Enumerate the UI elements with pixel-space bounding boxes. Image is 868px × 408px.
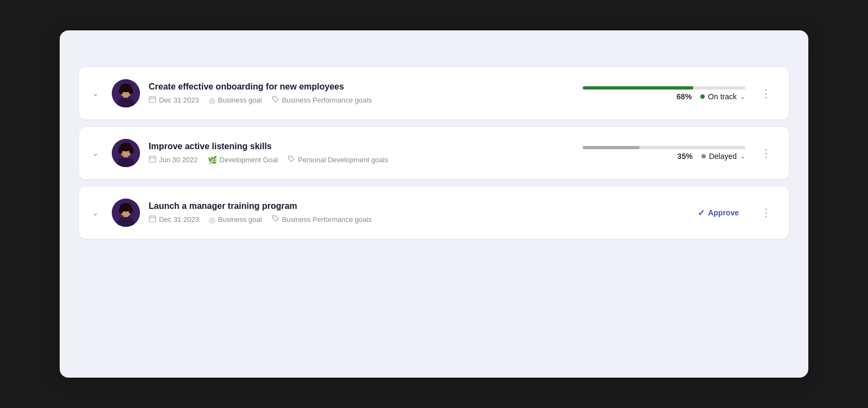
status-chevron-icon: ⌄ — [740, 93, 745, 100]
goal-type-meta: 🌿 Development Goal — [208, 156, 278, 164]
approve-label: Approve — [708, 208, 739, 217]
expand-chevron[interactable]: ⌄ — [92, 208, 103, 217]
goal-category-meta: Personal Development goals — [288, 155, 388, 164]
goal-category: Personal Development goals — [298, 156, 388, 164]
expand-chevron[interactable]: ⌄ — [92, 149, 103, 157]
goal-info: Create effective onboarding for new empl… — [149, 82, 552, 105]
svg-point-38 — [273, 217, 275, 218]
goal-card-2: ⌄ Improve active listening skills — [79, 127, 789, 179]
svg-point-12 — [273, 98, 275, 99]
goal-info: Launch a manager training program Dec 31… — [149, 201, 646, 224]
more-options-button[interactable]: ⋮ — [756, 144, 776, 162]
status-chevron-icon: ⌄ — [740, 152, 745, 160]
more-options-button[interactable]: ⋮ — [756, 204, 776, 221]
progress-bar-track — [583, 86, 745, 90]
tag-icon — [272, 215, 279, 224]
approve-button[interactable]: ✓ Approve — [691, 205, 745, 221]
expand-chevron[interactable]: ⌄ — [92, 89, 103, 98]
tag-icon — [288, 155, 295, 164]
svg-point-31 — [129, 207, 133, 214]
goal-date: Dec 31 2023 — [159, 215, 199, 224]
goal-type-meta: ◎ Business goal — [209, 96, 262, 105]
goal-type-meta: ◎ Business goal — [209, 215, 262, 224]
status-badge[interactable]: Delayed ⌄ — [701, 152, 745, 161]
tag-icon — [272, 95, 279, 105]
status-text: On track — [708, 92, 737, 101]
date-meta: Dec 31 2023 — [149, 215, 199, 224]
goal-type: Business goal — [218, 96, 262, 104]
goal-right: 68% On track ⌄ ⋮ — [561, 85, 776, 102]
svg-point-5 — [129, 88, 133, 94]
goal-title: Launch a manager training program — [149, 201, 646, 211]
svg-rect-34 — [149, 216, 156, 222]
goal-meta: Dec 31 2023 ◎ Business goal Business Per… — [149, 215, 646, 224]
goal-meta: Jun 30 2022 🌿 Development Goal Personal … — [149, 155, 552, 164]
progress-section: 68% On track ⌄ — [561, 86, 745, 101]
svg-rect-8 — [149, 97, 156, 103]
goal-type: Development Goal — [220, 156, 278, 164]
progress-stats: 68% On track ⌄ — [676, 92, 745, 101]
goal-right: ✓ Approve ⋮ — [654, 204, 776, 221]
avatar — [112, 79, 140, 107]
goal-title: Create effective onboarding for new empl… — [149, 82, 552, 92]
svg-point-17 — [118, 146, 123, 154]
goal-meta: Dec 31 2023 ◎ Business goal Business Per… — [149, 95, 552, 105]
date-meta: Jun 30 2022 — [149, 155, 198, 164]
svg-point-33 — [118, 217, 133, 224]
seedling-icon: 🌿 — [208, 156, 217, 164]
date-meta: Dec 31 2023 — [149, 95, 199, 105]
progress-bar-track — [583, 146, 745, 149]
progress-stats: 35% Delayed ⌄ — [678, 152, 745, 161]
goal-info: Improve active listening skills Jun 30 2… — [149, 142, 552, 164]
goal-card-1: ⌄ Create effective onboarding for new em… — [79, 67, 789, 119]
svg-point-25 — [290, 157, 291, 158]
more-options-button[interactable]: ⋮ — [756, 85, 776, 102]
goal-category: Business Performance goals — [282, 96, 372, 104]
goals-list: ⌄ Create effective onboarding for new em… — [79, 67, 789, 239]
goal-category: Business Performance goals — [282, 215, 372, 224]
svg-point-20 — [118, 157, 133, 164]
svg-point-18 — [129, 146, 133, 154]
goal-date: Dec 31 2023 — [159, 96, 199, 104]
status-dot — [700, 94, 705, 99]
check-icon: ✓ — [698, 208, 705, 218]
calendar-icon — [149, 215, 156, 224]
goal-card-3: ⌄ Launch a manager training program — [79, 187, 789, 239]
goal-date: Jun 30 2022 — [159, 156, 198, 164]
progress-percentage: 35% — [678, 152, 693, 161]
avatar — [112, 199, 140, 227]
main-container: ⌄ Create effective onboarding for new em… — [60, 30, 808, 378]
avatar — [112, 139, 140, 167]
target-icon: ◎ — [209, 215, 215, 224]
calendar-icon — [149, 95, 156, 105]
svg-rect-21 — [149, 156, 156, 162]
progress-bar-fill — [583, 146, 640, 149]
goal-category-meta: Business Performance goals — [272, 215, 372, 224]
target-icon: ◎ — [209, 96, 215, 105]
svg-point-7 — [118, 98, 133, 104]
calendar-icon — [149, 155, 156, 164]
status-text: Delayed — [709, 152, 737, 161]
svg-point-30 — [119, 207, 123, 214]
svg-point-4 — [119, 88, 123, 94]
goal-right: 35% Delayed ⌄ ⋮ — [561, 144, 776, 162]
goal-category-meta: Business Performance goals — [272, 95, 372, 105]
progress-percentage: 68% — [676, 92, 692, 101]
status-dot — [701, 154, 706, 158]
progress-section: 35% Delayed ⌄ — [561, 146, 745, 161]
progress-bar-fill — [583, 86, 693, 90]
goal-title: Improve active listening skills — [149, 142, 552, 151]
status-badge[interactable]: On track ⌄ — [700, 92, 745, 101]
goal-type: Business goal — [218, 215, 262, 224]
